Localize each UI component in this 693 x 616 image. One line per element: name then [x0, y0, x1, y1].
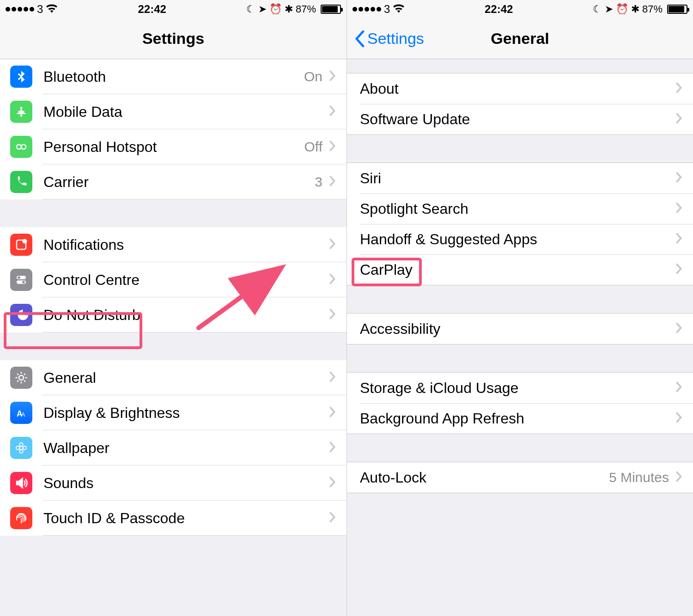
notifications-icon — [10, 234, 32, 256]
row-auto-lock[interactable]: Auto-Lock5 Minutes — [347, 462, 693, 493]
nav-bar: Settings General — [347, 18, 693, 59]
back-label: Settings — [367, 30, 424, 48]
row-label: Wallpaper — [43, 440, 328, 457]
battery-icon — [319, 5, 341, 14]
row-personal-hotspot[interactable]: Personal HotspotOff — [0, 129, 346, 164]
chevron-right-icon — [328, 139, 336, 154]
chevron-right-icon — [328, 441, 336, 455]
svg-point-3 — [23, 239, 27, 244]
row-label: Background App Refresh — [360, 410, 675, 427]
back-button[interactable]: Settings — [353, 18, 424, 59]
row-carrier[interactable]: Carrier3 — [0, 164, 346, 199]
location-icon: ➤ — [605, 3, 613, 15]
row-bluetooth[interactable]: BluetoothOn — [0, 59, 346, 94]
signal-strength-icon — [6, 7, 34, 12]
chevron-right-icon — [675, 262, 683, 277]
chevron-right-icon — [328, 476, 336, 490]
bluetooth-status-icon: ✱ — [631, 3, 639, 15]
page-title: Settings — [142, 30, 204, 48]
row-label: Touch ID & Passcode — [43, 510, 328, 527]
row-label: Handoff & Suggested Apps — [360, 231, 675, 248]
svg-point-15 — [23, 446, 27, 450]
row-carplay[interactable]: CarPlay — [347, 254, 693, 285]
battery-icon — [665, 5, 687, 14]
battery-pct: 87% — [296, 3, 316, 15]
svg-point-0 — [17, 145, 21, 149]
row-accessibility[interactable]: Accessibility — [347, 314, 693, 344]
moon-icon: ☾ — [246, 3, 255, 15]
chevron-right-icon — [328, 69, 336, 84]
row-label: Carrier — [43, 174, 315, 191]
settings-screen: 3 22:42 ☾ ➤ ⏰ ✱ 87% Settings BluetoothOn… — [0, 0, 346, 616]
chevron-right-icon — [675, 380, 683, 395]
sounds-icon — [10, 472, 32, 494]
row-siri[interactable]: Siri — [347, 163, 693, 193]
wifi-icon — [393, 3, 405, 16]
carrier-label: 3 — [37, 3, 43, 16]
nav-bar: Settings — [0, 18, 346, 59]
chevron-right-icon — [675, 171, 683, 186]
chevron-right-icon — [328, 104, 336, 119]
row-label: General — [43, 369, 328, 387]
row-touch-id-passcode[interactable]: Touch ID & Passcode — [0, 501, 346, 536]
chevron-right-icon — [675, 411, 683, 426]
row-do-not-disturb[interactable]: Do Not Disturb — [0, 297, 346, 332]
do-not-disturb-icon — [10, 304, 32, 326]
general-list: AboutSoftware UpdateSiriSpotlight Search… — [347, 59, 693, 521]
svg-point-13 — [19, 450, 23, 453]
svg-point-12 — [19, 443, 23, 447]
row-label: Mobile Data — [43, 103, 328, 121]
svg-text:A: A — [21, 411, 25, 418]
hotspot-icon — [10, 136, 32, 158]
clock-time: 22:42 — [485, 3, 513, 16]
row-software-update[interactable]: Software Update — [347, 104, 693, 134]
row-display-brightness[interactable]: AADisplay & Brightness — [0, 395, 346, 430]
svg-point-14 — [16, 446, 20, 450]
svg-point-6 — [18, 276, 20, 279]
row-handoff-suggested-apps[interactable]: Handoff & Suggested Apps — [347, 224, 693, 254]
row-general[interactable]: General — [0, 360, 346, 395]
chevron-right-icon — [328, 308, 336, 322]
row-wallpaper[interactable]: Wallpaper — [0, 430, 346, 465]
svg-point-11 — [19, 446, 23, 450]
chevron-right-icon — [328, 511, 336, 525]
row-label: Notifications — [43, 236, 328, 254]
wifi-icon — [46, 3, 58, 16]
row-about[interactable]: About — [347, 73, 693, 104]
row-label: Bluetooth — [43, 68, 304, 85]
touchid-icon — [10, 507, 32, 529]
row-value: On — [304, 69, 322, 85]
row-label: Do Not Disturb — [43, 307, 328, 324]
control-centre-icon — [10, 269, 32, 291]
row-control-centre[interactable]: Control Centre — [0, 262, 346, 297]
row-label: Display & Brightness — [43, 405, 328, 422]
carrier-label: 3 — [384, 3, 390, 16]
general-icon — [10, 367, 32, 389]
chevron-right-icon — [675, 470, 683, 485]
status-bar: 3 22:42 ☾ ➤ ⏰ ✱ 87% — [0, 0, 346, 18]
bluetooth-icon — [10, 66, 32, 88]
page-title: General — [491, 30, 549, 48]
settings-list: BluetoothOnMobile DataPersonal HotspotOf… — [0, 59, 346, 536]
row-mobile-data[interactable]: Mobile Data — [0, 94, 346, 129]
row-label: Storage & iCloud Usage — [360, 380, 675, 397]
moon-icon: ☾ — [593, 3, 602, 15]
signal-strength-icon — [353, 7, 381, 12]
status-bar: 3 22:42 ☾ ➤ ⏰ ✱ 87% — [347, 0, 693, 18]
row-storage-icloud-usage[interactable]: Storage & iCloud Usage — [347, 373, 693, 403]
row-notifications[interactable]: Notifications — [0, 227, 346, 262]
row-spotlight-search[interactable]: Spotlight Search — [347, 193, 693, 224]
general-screen: 3 22:42 ☾ ➤ ⏰ ✱ 87% Settings General Abo… — [346, 0, 693, 616]
clock-time: 22:42 — [138, 3, 166, 16]
row-background-app-refresh[interactable]: Background App Refresh — [347, 403, 693, 434]
chevron-right-icon — [328, 405, 336, 420]
chevron-right-icon — [675, 112, 683, 127]
chevron-right-icon — [328, 237, 336, 252]
alarm-icon: ⏰ — [269, 3, 282, 15]
row-sounds[interactable]: Sounds — [0, 465, 346, 501]
row-label: Spotlight Search — [360, 200, 675, 217]
row-label: Siri — [360, 170, 675, 187]
row-value: 5 Minutes — [609, 470, 669, 485]
location-icon: ➤ — [258, 3, 267, 15]
row-label: Sounds — [43, 475, 328, 492]
